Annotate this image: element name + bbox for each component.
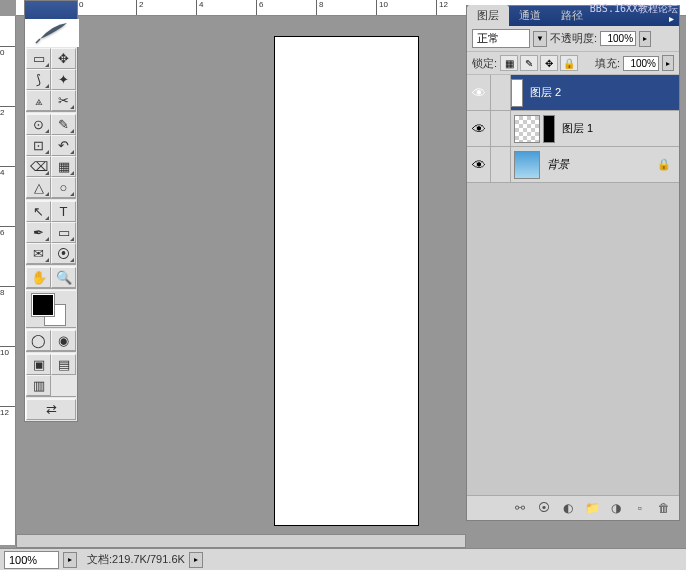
panel-footer: ⚯ ⦿ ◐ 📁 ◑ ▫ 🗑 [467, 495, 679, 520]
doc-info-arrow[interactable]: ▸ [189, 552, 203, 568]
toolbox-titlebar[interactable] [25, 1, 77, 19]
tab-layers[interactable]: 图层 [467, 5, 509, 26]
pen-tool[interactable]: ✒ [26, 222, 51, 243]
zoom-tool[interactable]: 🔍 [51, 267, 76, 288]
layer-link-area[interactable] [491, 111, 511, 146]
fill-arrow[interactable]: ▸ [662, 55, 674, 71]
layer-item[interactable]: 👁 图层 1 [467, 111, 679, 147]
zoom-arrow-icon[interactable]: ▸ [63, 552, 77, 568]
eyedropper-tool[interactable]: ⦿ [51, 243, 76, 264]
dropdown-arrow-icon[interactable]: ▼ [533, 31, 547, 47]
screen-full-menu[interactable]: ▤ [51, 354, 76, 375]
slice-tool[interactable]: ✂ [51, 90, 76, 111]
opacity-arrow[interactable]: ▸ [639, 31, 651, 47]
lock-icon: 🔒 [657, 158, 679, 171]
type-tool[interactable]: T [51, 201, 76, 222]
move-tool[interactable]: ✥ [51, 48, 76, 69]
layers-panel: 图层 通道 路径 ▸ 正常 ▼ 不透明度: 100% ▸ 锁定: ▦ ✎ ✥ 🔒… [466, 5, 680, 521]
screen-full[interactable]: ▥ [26, 375, 51, 396]
clone-stamp-tool[interactable]: ⊡ [26, 135, 51, 156]
horizontal-scrollbar[interactable] [16, 534, 466, 548]
shape-tool[interactable]: ▭ [51, 222, 76, 243]
layer-name[interactable]: 图层 2 [526, 85, 679, 100]
tab-channels[interactable]: 通道 [509, 5, 551, 26]
layer-thumbnail[interactable] [514, 115, 540, 143]
layer-name[interactable]: 图层 1 [558, 121, 679, 136]
document-canvas[interactable] [274, 36, 419, 526]
tab-paths[interactable]: 路径 [551, 5, 593, 26]
layer-style-icon[interactable]: ⦿ [534, 499, 554, 517]
lasso-tool[interactable]: ⟆ [26, 69, 51, 90]
layer-item[interactable]: 👁 背景 🔒 [467, 147, 679, 183]
gradient-tool[interactable]: ▦ [51, 156, 76, 177]
standard-mode[interactable]: ◯ [26, 330, 51, 351]
hand-tool[interactable]: ✋ [26, 267, 51, 288]
marquee-tool[interactable]: ▭ [26, 48, 51, 69]
layer-mask-icon[interactable]: ◐ [558, 499, 578, 517]
visibility-eye-icon[interactable]: 👁 [467, 147, 491, 182]
blur-tool[interactable]: △ [26, 177, 51, 198]
dodge-tool[interactable]: ○ [51, 177, 76, 198]
path-selection-tool[interactable]: ↖ [26, 201, 51, 222]
screen-standard[interactable]: ▣ [26, 354, 51, 375]
vertical-ruler: 0 2 4 6 8 10 12 [0, 16, 16, 545]
delete-layer-icon[interactable]: 🗑 [654, 499, 674, 517]
crop-tool[interactable]: ⟁ [26, 90, 51, 111]
new-layer-icon[interactable]: ▫ [630, 499, 650, 517]
layer-mask-thumbnail[interactable] [543, 115, 555, 143]
svg-line-0 [36, 39, 40, 43]
adjustment-layer-icon[interactable]: ◑ [606, 499, 626, 517]
lock-image-icon[interactable]: ✎ [520, 55, 538, 71]
healing-brush-tool[interactable]: ⊙ [26, 114, 51, 135]
quickmask-mode[interactable]: ◉ [51, 330, 76, 351]
watermark-text: BBS.16XX教程论坛 [590, 2, 678, 16]
magic-wand-tool[interactable]: ✦ [51, 69, 76, 90]
brush-tool[interactable]: ✎ [51, 114, 76, 135]
visibility-eye-icon[interactable]: 👁 [467, 111, 491, 146]
blend-mode-dropdown[interactable]: 正常 [472, 29, 530, 48]
opacity-input[interactable]: 100% [600, 31, 636, 46]
fill-label: 填充: [595, 56, 620, 71]
layer-thumbnail[interactable] [514, 151, 540, 179]
lock-all-icon[interactable]: 🔒 [560, 55, 578, 71]
opacity-label: 不透明度: [550, 31, 597, 46]
eraser-tool[interactable]: ⌫ [26, 156, 51, 177]
toolbox-panel: ▭ ✥ ⟆ ✦ ⟁ ✂ ⊙ ✎ ⊡ ↶ ⌫ ▦ △ ○ ↖ T ✒ ▭ ✉ ⦿ … [24, 0, 78, 422]
doc-size-label: 文档:219.7K/791.6K [77, 552, 185, 567]
layer-name[interactable]: 背景 [543, 157, 657, 172]
foreground-color[interactable] [32, 294, 54, 316]
lock-transparent-icon[interactable]: ▦ [500, 55, 518, 71]
layer-link-area[interactable] [491, 147, 511, 182]
link-layers-icon[interactable]: ⚯ [510, 499, 530, 517]
new-group-icon[interactable]: 📁 [582, 499, 602, 517]
lock-position-icon[interactable]: ✥ [540, 55, 558, 71]
layer-thumbnail[interactable] [511, 79, 523, 107]
zoom-input[interactable]: 100% [4, 551, 59, 569]
history-brush-tool[interactable]: ↶ [51, 135, 76, 156]
layer-list: 👁 图层 2 👁 图层 1 👁 背景 🔒 [467, 75, 679, 495]
lock-label: 锁定: [472, 56, 497, 71]
fill-input[interactable]: 100% [623, 56, 659, 71]
status-bar: 100% ▸ 文档:219.7K/791.6K ▸ [0, 548, 686, 570]
visibility-eye-icon[interactable]: 👁 [467, 75, 491, 110]
layer-item[interactable]: 👁 图层 2 [467, 75, 679, 111]
imageready-jump[interactable]: ⇄ [26, 399, 76, 420]
app-logo [25, 19, 79, 47]
notes-tool[interactable]: ✉ [26, 243, 51, 264]
color-swatches[interactable] [26, 291, 76, 327]
layer-link-area[interactable] [491, 75, 511, 110]
